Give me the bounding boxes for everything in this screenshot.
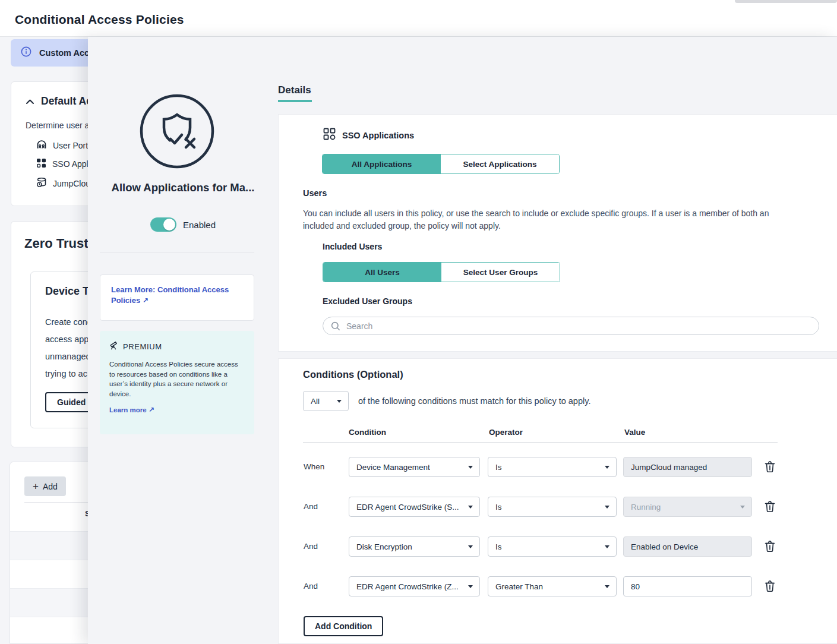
learn-more-link[interactable]: Learn More: Conditional Access Policies …: [111, 285, 229, 305]
policy-name: Allow Applications for Ma...: [94, 181, 272, 194]
device-trust-text-line: trying to ac: [45, 369, 87, 378]
jumpcloud-go-icon: [36, 177, 47, 190]
premium-learn-more-link[interactable]: Learn more ↗: [109, 406, 245, 414]
user-portal-icon: [36, 139, 47, 151]
condition-select[interactable]: Device Management: [349, 457, 480, 477]
active-tab-underline: [278, 100, 312, 102]
page-title: Conditional Access Policies: [15, 12, 184, 27]
list-item-label: JumpClou: [53, 179, 90, 188]
applications-users-panel: SSO Applications All Applications Select…: [278, 114, 837, 352]
list-item-sso-applications[interactable]: SSO Appli: [36, 158, 90, 170]
chevron-down-icon: [468, 466, 473, 469]
value-column-header: Value: [624, 428, 645, 437]
condition-select[interactable]: EDR Agent CrowdStrike (Z...: [349, 576, 480, 596]
value-field-readonly: JumpCloud managed: [623, 457, 752, 477]
select-applications-option[interactable]: Select Applications: [441, 154, 559, 173]
match-mode-select[interactable]: All: [303, 391, 349, 411]
operator-select[interactable]: Is: [488, 536, 617, 557]
operator-select[interactable]: Is: [488, 457, 617, 477]
trash-icon: [765, 500, 775, 512]
premium-telescope-icon: [109, 341, 118, 352]
row-prefix: And: [304, 497, 318, 517]
delete-condition-button[interactable]: [764, 540, 776, 553]
external-link-icon: ↗: [149, 406, 154, 414]
all-users-option[interactable]: All Users: [323, 263, 441, 282]
chevron-down-icon: [605, 466, 609, 469]
device-trust-text-line: Create cond: [45, 317, 92, 327]
toggle-knob: [163, 219, 175, 231]
chevron-up-icon[interactable]: [26, 96, 34, 107]
device-trust-title: Device T: [45, 285, 89, 298]
add-condition-button[interactable]: Add Condition: [304, 616, 383, 636]
row-prefix: When: [304, 457, 324, 477]
condition-row: When Device Management Is JumpCloud mana…: [279, 457, 837, 477]
list-item-jumpcloud-go[interactable]: JumpClou: [36, 177, 90, 190]
enabled-toggle[interactable]: [150, 217, 176, 232]
list-item-label: User Porta: [53, 141, 93, 150]
drawer-content: Details SSO Applications All Application…: [278, 37, 837, 644]
chevron-down-icon: [605, 585, 609, 588]
banner-label: Custom Acce: [39, 48, 94, 58]
select-user-groups-option[interactable]: Select User Groups: [441, 263, 560, 282]
premium-card: PREMIUM Conditional Access Policies secu…: [100, 331, 254, 434]
delete-condition-button[interactable]: [764, 500, 776, 513]
info-icon: [21, 46, 31, 59]
drawer-summary-column: Allow Applications for Ma... Enabled Lea…: [88, 37, 278, 644]
chevron-down-icon: [337, 400, 342, 403]
condition-row: And Disk Encryption Is Enabled on Device: [279, 536, 837, 557]
excluded-groups-search[interactable]: [323, 317, 819, 335]
value-input[interactable]: [631, 582, 744, 591]
sso-applications-grid-icon: [323, 128, 336, 143]
all-applications-option[interactable]: All Applications: [323, 154, 441, 173]
divider: [100, 252, 254, 252]
chevron-down-icon: [605, 545, 609, 548]
chevron-down-icon: [605, 506, 609, 509]
chevron-down-icon: [740, 506, 745, 509]
row-prefix: And: [304, 536, 318, 557]
delete-condition-button[interactable]: [764, 580, 776, 593]
value-field-readonly: Enabled on Device: [623, 536, 752, 557]
tab-details[interactable]: Details: [278, 84, 312, 102]
premium-label: PREMIUM: [123, 342, 162, 351]
add-policy-button[interactable]: + Add: [24, 476, 66, 496]
zero-trust-title: Zero Trust: [24, 236, 89, 251]
sso-apps-icon: [36, 158, 46, 170]
plus-icon: +: [33, 481, 39, 491]
top-edge-strip: [735, 0, 837, 3]
chevron-down-icon: [468, 506, 473, 509]
condition-column-header: Condition: [349, 428, 386, 437]
row-prefix: And: [304, 576, 318, 596]
trash-icon: [765, 460, 775, 472]
match-mode-text: of the following conditions must match f…: [358, 396, 590, 406]
policy-details-drawer: Allow Applications for Ma... Enabled Lea…: [88, 37, 837, 644]
operator-select[interactable]: Greater Than: [488, 576, 617, 596]
condition-row: And EDR Agent CrowdStrike (Z... Greater …: [279, 576, 837, 596]
default-access-description: Determine user a: [26, 121, 89, 130]
included-users-label: Included Users: [323, 242, 382, 251]
sso-applications-label: SSO Applications: [342, 131, 414, 140]
condition-select[interactable]: EDR Agent CrowdStrike (S...: [349, 497, 480, 517]
users-description: You can include all users in this policy…: [303, 207, 794, 232]
condition-row: And EDR Agent CrowdStrike (S... Is Runni…: [279, 497, 837, 517]
applications-segmented-control: All Applications Select Applications: [322, 154, 560, 174]
chevron-down-icon: [468, 585, 473, 588]
list-item-user-portal[interactable]: User Porta: [36, 139, 93, 151]
value-select-disabled: Running: [623, 497, 752, 517]
users-label: Users: [303, 188, 327, 198]
device-trust-text-line: unmanaged: [45, 352, 91, 361]
delete-condition-button[interactable]: [764, 460, 776, 473]
search-input[interactable]: [346, 321, 786, 331]
operator-column-header: Operator: [489, 428, 523, 437]
trash-icon: [765, 580, 775, 592]
trash-icon: [765, 540, 775, 552]
external-link-icon: ↗: [143, 296, 149, 305]
operator-select[interactable]: Is: [488, 497, 617, 517]
condition-select[interactable]: Disk Encryption: [349, 536, 480, 557]
app-header: Conditional Access Policies: [0, 0, 837, 37]
learn-more-card: Learn More: Conditional Access Policies …: [100, 274, 254, 321]
excluded-user-groups-label: Excluded User Groups: [323, 296, 412, 306]
device-trust-text-line: access app: [45, 334, 89, 344]
list-item-label: SSO Appli: [52, 159, 90, 169]
chevron-down-icon: [468, 545, 473, 548]
premium-description: Conditional Access Policies secure acces…: [109, 359, 239, 399]
